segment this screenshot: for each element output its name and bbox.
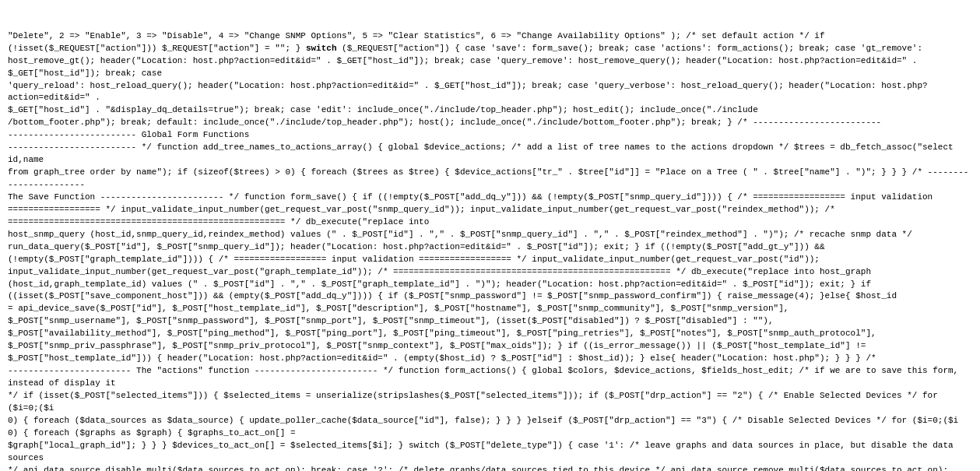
code-text: "Delete", 2 => "Enable", 3 => "Disable",… xyxy=(8,30,972,471)
code-container: "Delete", 2 => "Enable", 3 => "Disable",… xyxy=(0,0,980,471)
